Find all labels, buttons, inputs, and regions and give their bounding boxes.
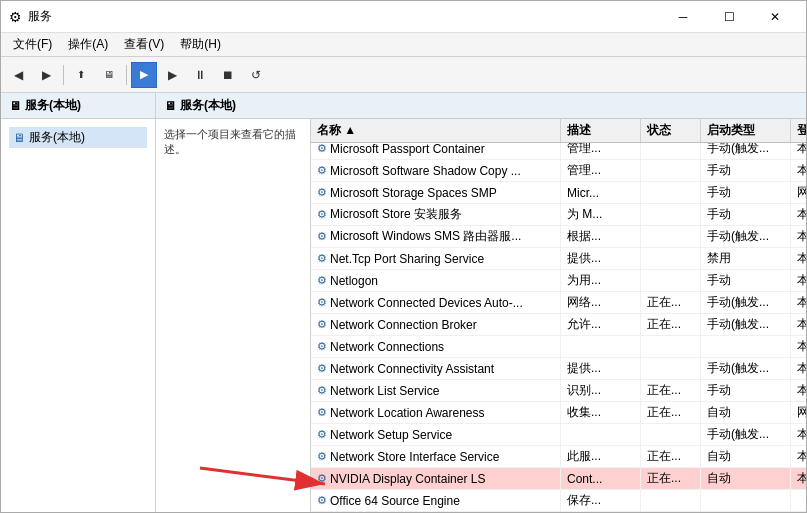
service-desc-cell: 允许...: [561, 314, 641, 335]
col-starttype[interactable]: 启动类型: [701, 119, 791, 142]
service-desc-cell: 为用...: [561, 270, 641, 291]
service-login-cell: 本地系: [791, 468, 806, 489]
service-name: Network Connections: [330, 340, 444, 354]
col-login[interactable]: 登录为: [791, 119, 806, 142]
restart-button[interactable]: ↺: [243, 62, 269, 88]
service-start-cell: 手动: [701, 204, 791, 225]
up-button[interactable]: ⬆: [68, 62, 94, 88]
service-icon: ⚙: [317, 274, 327, 287]
service-name: Microsoft Windows SMS 路由器服...: [330, 228, 521, 245]
left-panel: 🖥 服务(本地) 🖥 服务(本地): [1, 93, 156, 512]
service-row[interactable]: ⚙Microsoft Storage Spaces SMPMicr...手动网络…: [311, 182, 806, 204]
forward-button[interactable]: ▶: [33, 62, 59, 88]
service-icon: ⚙: [317, 164, 327, 177]
col-status[interactable]: 状态: [641, 119, 701, 142]
service-row[interactable]: ⚙Microsoft Passport Container管理...手动(触发.…: [311, 143, 806, 160]
back-button[interactable]: ◀: [5, 62, 31, 88]
service-row[interactable]: ⚙Office 64 Source Engine保存...: [311, 490, 806, 512]
service-name-cell: ⚙Microsoft Storage Spaces SMP: [311, 182, 561, 203]
service-row[interactable]: ⚙Network List Service识别...正在...手动本地服: [311, 380, 806, 402]
service-name-cell: ⚙Network Connectivity Assistant: [311, 358, 561, 379]
menu-action[interactable]: 操作(A): [60, 34, 116, 55]
service-status-cell: 正在...: [641, 380, 701, 401]
service-login-cell: 本地系: [791, 358, 806, 379]
service-icon: ⚙: [317, 252, 327, 265]
service-icon: ⚙: [317, 428, 327, 441]
service-row[interactable]: ⚙Network Location Awareness收集...正在...自动网…: [311, 402, 806, 424]
service-row[interactable]: ⚙Network Connection Broker允许...正在...手动(触…: [311, 314, 806, 336]
computer-icon: 🖥: [9, 99, 21, 113]
service-icon: ⚙: [317, 406, 327, 419]
menu-view[interactable]: 查看(V): [116, 34, 172, 55]
service-desc-cell: 管理...: [561, 160, 641, 181]
minimize-button[interactable]: ─: [660, 1, 706, 33]
service-row[interactable]: ⚙Netlogon为用...手动本地系: [311, 270, 806, 292]
service-login-cell: 本地系: [791, 314, 806, 335]
service-name-cell: ⚙Net.Tcp Port Sharing Service: [311, 248, 561, 269]
col-desc[interactable]: 描述: [561, 119, 641, 142]
service-name-cell: ⚙NVIDIA Display Container LS: [311, 468, 561, 489]
service-row[interactable]: ⚙Network Connections本地系: [311, 336, 806, 358]
tree-item-services-local[interactable]: 🖥 服务(本地): [9, 127, 147, 148]
left-panel-header: 🖥 服务(本地): [1, 93, 155, 119]
col-name[interactable]: 名称 ▲: [311, 119, 561, 142]
tree-icon: 🖥: [13, 131, 25, 145]
pause-button[interactable]: ⏸: [187, 62, 213, 88]
service-name-cell: ⚙Microsoft Windows SMS 路由器服...: [311, 226, 561, 247]
service-name-cell: ⚙Microsoft Passport Container: [311, 143, 561, 159]
service-row[interactable]: ⚙Network Store Interface Service此服...正在.…: [311, 446, 806, 468]
service-row[interactable]: ⚙Network Connected Devices Auto-...网络...…: [311, 292, 806, 314]
service-icon: ⚙: [317, 450, 327, 463]
service-desc-cell: 识别...: [561, 380, 641, 401]
show-hide-button[interactable]: 🖥: [96, 62, 122, 88]
stop-button[interactable]: ⏹: [215, 62, 241, 88]
service-login-cell: 本地系: [791, 336, 806, 357]
menu-file[interactable]: 文件(F): [5, 34, 60, 55]
service-desc-cell: 根据...: [561, 226, 641, 247]
service-desc-cell: 提供...: [561, 358, 641, 379]
service-start-cell: [701, 490, 791, 511]
service-name: Microsoft Passport Container: [330, 143, 485, 156]
toolbar: ◀ ▶ ⬆ 🖥 ▶ ▶ ⏸ ⏹ ↺: [1, 57, 806, 93]
service-status-cell: 正在...: [641, 468, 701, 489]
service-name-cell: ⚙Microsoft Store 安装服务: [311, 204, 561, 225]
service-start-cell: 手动(触发...: [701, 143, 791, 159]
service-icon: ⚙: [317, 296, 327, 309]
service-desc-cell: 收集...: [561, 402, 641, 423]
service-name: Network List Service: [330, 384, 439, 398]
services-window: ⚙ 服务 ─ ☐ ✕ 文件(F) 操作(A) 查看(V) 帮助(H) ◀ ▶ ⬆…: [0, 0, 807, 513]
close-button[interactable]: ✕: [752, 1, 798, 33]
services-body[interactable]: ⚙Microsoft Passport为用...手动(触发...本地系⚙Micr…: [311, 143, 806, 512]
maximize-button[interactable]: ☐: [706, 1, 752, 33]
service-name-cell: ⚙Netlogon: [311, 270, 561, 291]
service-row[interactable]: ⚙Microsoft Windows SMS 路由器服...根据...手动(触发…: [311, 226, 806, 248]
right-panel: 🖥 服务(本地) 选择一个项目来查看它的描述。 名称 ▲ 描述 状态 启动类型 …: [156, 93, 806, 512]
service-status-cell: [641, 143, 701, 159]
service-row[interactable]: ⚙Net.Tcp Port Sharing Service提供...禁用本地服: [311, 248, 806, 270]
service-status-cell: [641, 248, 701, 269]
service-status-cell: [641, 424, 701, 445]
service-name: Office 64 Source Engine: [330, 494, 460, 508]
service-start-cell: 手动(触发...: [701, 424, 791, 445]
service-name: Netlogon: [330, 274, 378, 288]
service-login-cell: 本地服: [791, 248, 806, 269]
service-login-cell: 本地系: [791, 160, 806, 181]
service-status-cell: [641, 336, 701, 357]
service-name-cell: ⚙Microsoft Software Shadow Copy ...: [311, 160, 561, 181]
service-icon: ⚙: [317, 362, 327, 375]
service-icon: ⚙: [317, 230, 327, 243]
new-button[interactable]: ▶: [131, 62, 157, 88]
service-status-cell: [641, 226, 701, 247]
start-button[interactable]: ▶: [159, 62, 185, 88]
service-row[interactable]: ⚙Network Setup Service手动(触发...本地系: [311, 424, 806, 446]
service-row[interactable]: ⚙NVIDIA Display Container LSCont...正在...…: [311, 468, 806, 490]
service-login-cell: 网络服: [791, 402, 806, 423]
left-panel-tree: 🖥 服务(本地): [1, 119, 155, 156]
menu-help[interactable]: 帮助(H): [172, 34, 229, 55]
service-row[interactable]: ⚙Microsoft Store 安装服务为 M...手动本地系: [311, 204, 806, 226]
service-row[interactable]: ⚙Network Connectivity Assistant提供...手动(触…: [311, 358, 806, 380]
service-start-cell: 禁用: [701, 248, 791, 269]
service-row[interactable]: ⚙Microsoft Software Shadow Copy ...管理...…: [311, 160, 806, 182]
service-desc-cell: 此服...: [561, 446, 641, 467]
service-name: Network Connected Devices Auto-...: [330, 296, 523, 310]
